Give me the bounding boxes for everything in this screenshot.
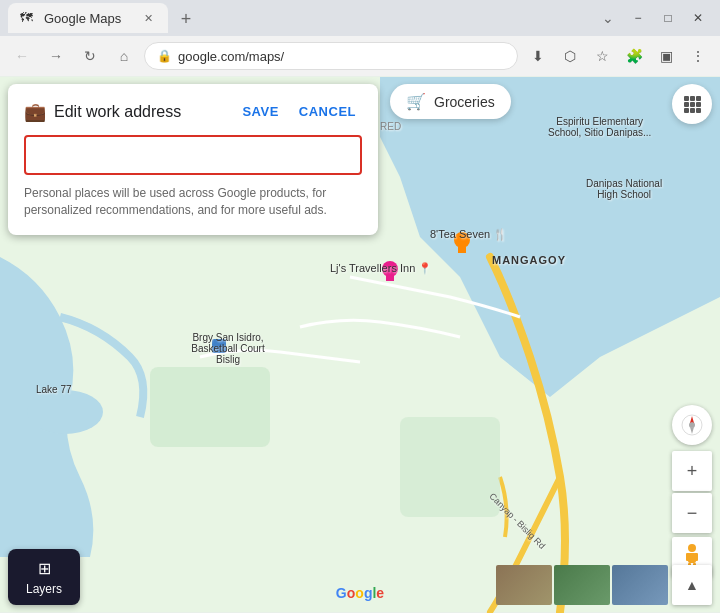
svg-rect-12 [684, 102, 689, 107]
panel-title: Edit work address [54, 103, 228, 121]
cart-icon: 🛒 [406, 92, 426, 111]
new-tab-button[interactable]: + [172, 5, 200, 33]
forward-button[interactable]: → [42, 42, 70, 70]
toolbar-actions: ⬇ ⬡ ☆ 🧩 ▣ ⋮ [524, 42, 712, 70]
svg-rect-22 [686, 553, 690, 561]
briefcase-icon: 💼 [24, 101, 46, 123]
tab-title: Google Maps [44, 11, 121, 26]
svg-point-1 [27, 390, 103, 434]
grid-menu-button[interactable] [672, 84, 712, 124]
svg-point-20 [688, 544, 696, 552]
tab-favicon: 🗺 [20, 10, 36, 26]
address-input[interactable] [24, 135, 362, 175]
svg-rect-11 [696, 96, 701, 101]
photo-thumb-1[interactable] [496, 565, 552, 605]
zoom-out-button[interactable]: − [672, 493, 712, 533]
chevron-icon: ⌄ [602, 10, 614, 26]
layers-button[interactable]: ⊞ Layers [8, 549, 80, 605]
address-bar[interactable]: 🔒 google.com/maps/ [144, 42, 518, 70]
active-tab[interactable]: 🗺 Google Maps ✕ [8, 3, 168, 33]
photo-thumb-3[interactable] [612, 565, 668, 605]
minimize-button[interactable]: − [624, 4, 652, 32]
maximize-button[interactable]: □ [654, 4, 682, 32]
svg-rect-16 [690, 108, 695, 113]
svg-rect-14 [696, 102, 701, 107]
compass-button[interactable] [672, 405, 712, 445]
cast-button[interactable]: ⬡ [556, 42, 584, 70]
back-button[interactable]: ← [8, 42, 36, 70]
svg-rect-15 [684, 108, 689, 113]
layers-icon: ⊞ [38, 559, 51, 578]
title-bar: 🗺 Google Maps ✕ + ⌄ − □ ✕ [0, 0, 720, 36]
expand-strip-button[interactable]: ▲ [672, 565, 712, 605]
save-button[interactable]: SAVE [236, 100, 284, 123]
split-view-button[interactable]: ▣ [652, 42, 680, 70]
map-controls: + − [672, 405, 712, 533]
extensions-button[interactable]: 🧩 [620, 42, 648, 70]
svg-rect-7 [386, 275, 394, 281]
svg-rect-8 [212, 339, 226, 353]
bookmark-button[interactable]: ☆ [588, 42, 616, 70]
photo-strip [496, 565, 668, 605]
panel-header: 💼 Edit work address SAVE CANCEL [24, 100, 362, 123]
address-bar-row: ← → ↻ ⌂ 🔒 google.com/maps/ ⬇ ⬡ ☆ 🧩 ▣ ⋮ [0, 36, 720, 76]
browser-frame: 🗺 Google Maps ✕ + ⌄ − □ ✕ ← → ↻ ⌂ 🔒 goog… [0, 0, 720, 613]
svg-rect-23 [694, 553, 698, 561]
tab-area: 🗺 Google Maps ✕ + [8, 3, 598, 33]
svg-rect-3 [400, 417, 500, 517]
cancel-button[interactable]: CANCEL [293, 100, 362, 123]
svg-point-19 [689, 422, 695, 428]
svg-point-4 [454, 232, 470, 248]
svg-rect-13 [690, 102, 695, 107]
lock-icon: 🔒 [157, 49, 172, 63]
download-button[interactable]: ⬇ [524, 42, 552, 70]
reload-button[interactable]: ↻ [76, 42, 104, 70]
svg-rect-10 [690, 96, 695, 101]
photo-thumb-2[interactable] [554, 565, 610, 605]
tab-close-button[interactable]: ✕ [140, 10, 156, 26]
svg-point-6 [382, 261, 398, 277]
groceries-button[interactable]: 🛒 Groceries [390, 84, 511, 119]
panel-note: Personal places will be used across Goog… [24, 185, 362, 219]
groceries-label: Groceries [434, 94, 495, 110]
window-controls: ⌄ − □ ✕ [602, 4, 712, 32]
svg-rect-9 [684, 96, 689, 101]
google-logo: Google [336, 585, 384, 601]
menu-button[interactable]: ⋮ [684, 42, 712, 70]
layers-label: Layers [26, 582, 62, 596]
zoom-in-button[interactable]: + [672, 451, 712, 491]
close-button[interactable]: ✕ [684, 4, 712, 32]
svg-rect-2 [150, 367, 270, 447]
edit-panel: 💼 Edit work address SAVE CANCEL Personal… [8, 84, 378, 235]
svg-rect-17 [696, 108, 701, 113]
url-text: google.com/maps/ [178, 49, 284, 64]
home-button[interactable]: ⌂ [110, 42, 138, 70]
svg-rect-5 [458, 247, 466, 253]
map-container[interactable]: RED Espiritu ElementarySchool, Sitio Dan… [0, 76, 720, 613]
